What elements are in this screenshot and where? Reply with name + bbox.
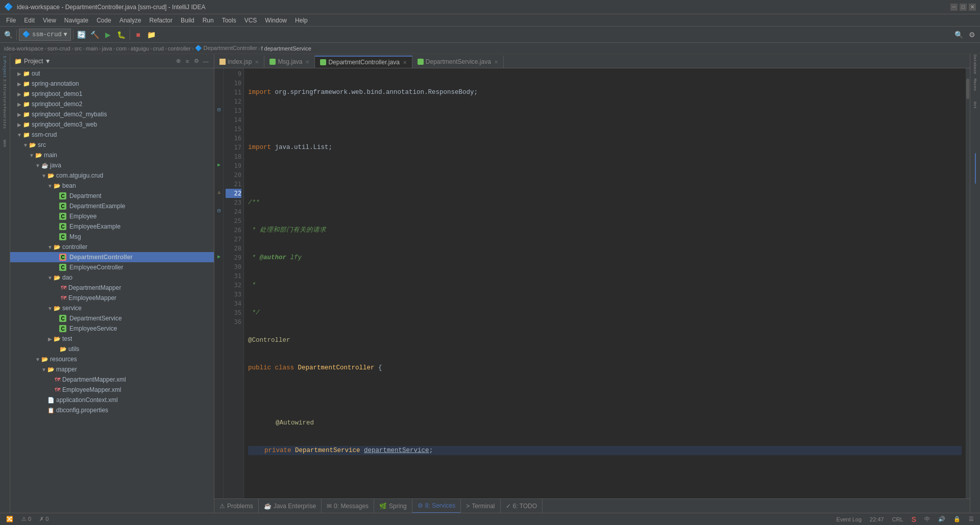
tree-dbconfig[interactable]: 📋 dbconfig.properties [10,405,214,415]
breadcrumb-java[interactable]: java [102,45,112,52]
status-lock-icon[interactable]: 🔒 [951,516,963,522]
tab-close-msg[interactable]: ✕ [305,59,309,65]
tree-msg[interactable]: C Msg [10,232,214,242]
menu-vcs[interactable]: VCS [240,14,261,26]
status-line-col[interactable]: 22:47 [868,516,886,522]
structure-icon[interactable]: 2:Structure [0,80,10,105]
panel-collapse-btn[interactable]: ≡ [183,57,191,65]
breadcrumb-src[interactable]: src [75,45,82,52]
run-icon-29[interactable]: ▶ [214,252,224,261]
menu-refactor[interactable]: Refactor [145,14,177,26]
menu-window[interactable]: Window [261,14,291,26]
tree-employee-service[interactable]: C EmployeeService [10,323,214,334]
toolbar-sync-btn[interactable]: 🔄 [76,29,88,41]
toolbar-debug-btn[interactable]: 🐛 [115,29,128,41]
panel-settings-btn[interactable]: ⚙ [192,57,201,65]
tab-msg-java[interactable]: Msg.java ✕ [264,56,315,68]
tab-department-controller[interactable]: DepartmentController.java ✕ [315,56,412,68]
tree-employee-mapper-xml[interactable]: 🗺 EmployeeMapper.xml [10,385,214,395]
status-warnings[interactable]: ⚠ 0 [19,516,33,522]
menu-file[interactable]: File [2,14,20,26]
project-panel-icon[interactable]: 1:Project [0,54,10,80]
tree-springboot-demo2[interactable]: ▶ 📁 springboot_demo2 [10,99,214,109]
status-lang[interactable]: 中 [922,515,932,523]
tab-department-service[interactable]: DepartmentService.java ✕ [412,56,504,68]
breadcrumb-crud[interactable]: crud [153,45,164,52]
menu-view[interactable]: View [39,14,60,26]
tab-close-index[interactable]: ✕ [255,59,259,65]
tree-controller[interactable]: ▼ 📂 controller [10,242,214,252]
menu-edit[interactable]: Edit [20,14,39,26]
tree-department-mapper[interactable]: 🗺 DepartmentMapper [10,283,214,293]
tree-spring-annotation[interactable]: ▶ 📁 spring-annotation [10,79,214,89]
tab-index-jsp[interactable]: index.jsp ✕ [214,56,264,68]
bottom-tab-java-enterprise[interactable]: ☕Java Enterprise [259,499,322,513]
tree-mapper-folder[interactable]: ▼ 📂 mapper [10,364,214,374]
fold-icon-24[interactable]: ⊟ [214,206,224,215]
toolbar-settings-btn[interactable]: ⚙ [966,29,978,41]
tree-springboot-demo3-web[interactable]: ▶ 📁 springboot_demo3_web [10,119,214,130]
tree-department-service[interactable]: C DepartmentService [10,313,214,323]
breadcrumb-atguigu[interactable]: atguigu [131,45,149,52]
tree-springboot-demo2-mybatis[interactable]: ▶ 📁 springboot_demo2_mybatis [10,109,214,119]
web-icon[interactable]: Web [0,131,10,156]
menu-build[interactable]: Build [177,14,199,26]
tree-employee-controller[interactable]: C EmployeeController [10,262,214,272]
status-git[interactable]: 🔀 [4,516,15,522]
breadcrumb-dc[interactable]: 🔷 DepartmentController [195,45,257,52]
bottom-tab-spring[interactable]: 🌿Spring [374,499,412,513]
tree-com-atguigu-crud[interactable]: ▼ 📂 com.atguigu.crud [10,170,214,181]
tree-service[interactable]: ▼ 📂 service [10,303,214,313]
tree-springboot-demo1[interactable]: ▶ 📁 springboot_demo1 [10,89,214,99]
close-button[interactable]: ✕ [969,4,976,11]
panel-locate-btn[interactable]: ⊕ [174,57,182,65]
tree-dao[interactable]: ▼ 📂 dao [10,272,214,283]
tree-application-context[interactable]: 📄 applicationContext.xml [10,395,214,405]
favorites-icon[interactable]: Favorites [0,105,10,131]
tree-employee-example[interactable]: C EmployeeExample [10,221,214,232]
tree-java[interactable]: ▼ ☕ java [10,160,214,170]
toolbar-back-btn[interactable]: 🔍 [2,29,14,41]
menu-help[interactable]: Help [291,14,312,26]
bottom-tab-todo[interactable]: ✓6: TODO [501,499,543,513]
status-audio-icon[interactable]: 🔊 [936,516,947,522]
minimize-button[interactable]: ─ [950,4,958,11]
menu-code[interactable]: Code [92,14,115,26]
tree-department-controller[interactable]: C DepartmentController [10,252,214,262]
run-icon-19[interactable]: ▶ [214,160,224,169]
tab-close-dc[interactable]: ✕ [403,60,407,65]
code-editor[interactable]: import org.springframework.web.bind.anno… [244,68,966,498]
status-menu-icon[interactable]: ☰ [967,516,976,522]
right-sidebar-ant[interactable]: Ant [970,95,981,115]
bottom-tab-services[interactable]: ⚙8: Services [412,499,461,513]
tree-ssm-crud[interactable]: ▼ 📁 ssm-crud [10,130,214,140]
bottom-tab-terminal[interactable]: >Terminal [461,499,500,513]
tree-test[interactable]: ▶ 📂 test [10,334,214,344]
fold-icon-13[interactable]: ⊟ [214,105,224,114]
panel-close-btn[interactable]: — [202,57,210,65]
tab-close-ds[interactable]: ✕ [494,59,498,65]
toolbar-files-btn[interactable]: 📁 [145,29,158,41]
bottom-tab-problems[interactable]: ⚠Problems [214,499,259,513]
tree-out[interactable]: ▶ 📁 out [10,68,214,79]
editor-scrollbar[interactable] [966,68,970,498]
tree-resources[interactable]: ▼ 📂 resources [10,354,214,364]
tree-bean[interactable]: ▼ 📂 bean [10,181,214,191]
tree-src[interactable]: ▼ 📂 src [10,140,214,150]
maximize-button[interactable]: □ [960,4,967,11]
toolbar-run-btn[interactable]: ▶ [102,29,114,41]
breadcrumb-workspace[interactable]: idea-workspace [4,45,43,52]
tree-employee-mapper[interactable]: 🗺 EmployeeMapper [10,293,214,303]
right-sidebar-database[interactable]: Database [970,54,981,74]
toolbar-project-dropdown[interactable]: 🔷 ssm-crud ▼ [19,29,71,41]
breadcrumb-ds[interactable]: f departmentService [261,45,311,52]
right-sidebar-maven[interactable]: Maven [970,74,981,95]
breadcrumb-main[interactable]: main [86,45,98,52]
tree-department-mapper-xml[interactable]: 🗺 DepartmentMapper.xml [10,374,214,385]
breadcrumb-ssm[interactable]: ssm-crud [47,45,70,52]
breadcrumb-com[interactable]: com [116,45,127,52]
status-encoding[interactable]: CRL [890,516,905,522]
status-errors[interactable]: ✗ 0 [37,516,51,522]
breadcrumb-controller[interactable]: controller [168,45,191,52]
tree-employee[interactable]: C Employee [10,211,214,221]
